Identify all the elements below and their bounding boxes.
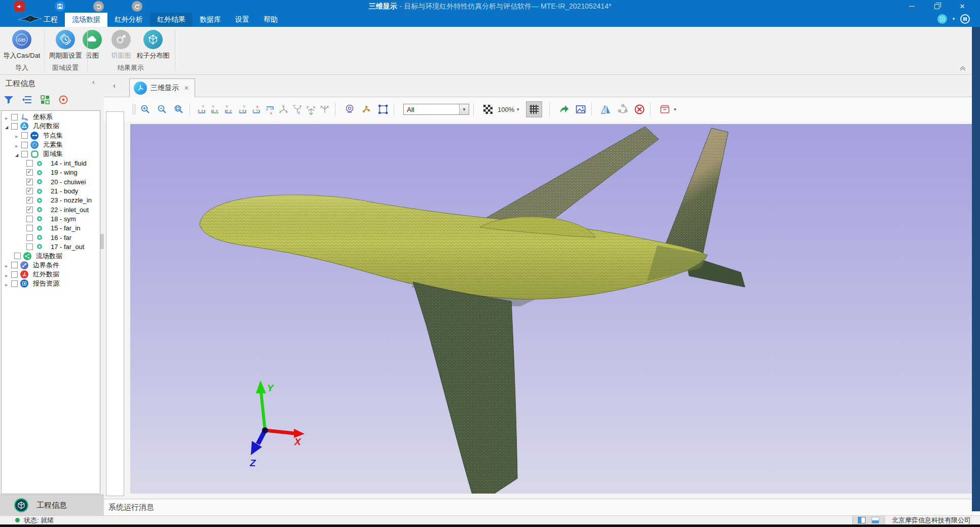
view-iso-3-icon[interactable]: zx [305,103,317,115]
expand-arrow-icon[interactable] [14,132,20,139]
toggle-left-panel-icon[interactable] [858,517,865,523]
menu-tab-ir-result[interactable]: 红外结果 [150,13,193,27]
expand-arrow-icon[interactable] [14,150,20,158]
view-front-icon[interactable]: xzY [196,103,208,115]
close-button[interactable]: ✕ [954,0,971,13]
tree-item-surface[interactable]: 14 - int_fluid [2,158,100,168]
view-iso-2-icon[interactable]: Yxz [291,103,304,115]
tree-item-boundary[interactable]: 边界条件 [2,261,100,270]
expand-arrow-icon[interactable] [4,280,10,288]
zoom-out-icon[interactable] [156,103,169,116]
menu-tab-flowfield[interactable]: 流场数据 [65,13,107,27]
chevron-down-icon[interactable]: ▼ [952,17,956,21]
zoom-in-icon[interactable] [139,103,152,116]
view-left-icon[interactable]: Yxz [223,103,235,115]
expand-arrow-icon[interactable] [14,141,20,149]
tree-item-coordinate-system[interactable]: Yzx 坐标系 [2,112,100,121]
save-image-icon[interactable] [574,103,587,116]
toolbar-drag-handle[interactable] [133,104,135,114]
list-collapse-icon[interactable] [21,94,32,105]
tab-3d-view[interactable]: 三维显示 ✕ [129,78,195,97]
tree-item-surface[interactable]: 15 - far_in [2,224,100,233]
archive-dropdown-icon[interactable]: ▼ [673,107,677,112]
assembly-icon[interactable] [616,103,629,116]
checkbox[interactable] [21,142,28,148]
grid-toggle-button[interactable] [526,101,542,117]
node-graph-icon[interactable] [360,103,373,116]
tree-item-surface[interactable]: 23 - nozzle_in [2,196,100,205]
checkbox[interactable] [26,160,33,167]
menu-tab-database[interactable]: 数据库 [193,13,228,27]
view-back-icon[interactable]: Yzx [209,103,221,115]
checkbox[interactable] [11,262,18,268]
mesh-filter-select[interactable]: All ▼ [403,104,469,115]
checkbox[interactable] [11,271,18,278]
cloud-map-button[interactable]: 云图 [79,30,105,60]
style-switch-icon[interactable] [937,14,947,24]
checkbox[interactable] [26,244,33,250]
zoom-dropdown-icon[interactable]: ▼ [516,107,520,112]
select-region-icon[interactable] [376,103,390,116]
checkbox[interactable] [11,114,18,120]
view-iso-4-icon[interactable]: zyx [319,103,331,115]
menu-tab-ir-analysis[interactable]: 红外分析 [107,13,150,27]
checkbox[interactable] [26,216,33,222]
checkbox[interactable] [21,151,28,157]
project-panel-bottom-tab[interactable]: 工程信息 [0,495,104,515]
zoom-fit-icon[interactable] [172,103,185,116]
minimize-button[interactable] [903,0,920,13]
menu-tab-settings[interactable]: 设置 [228,13,256,27]
checkbox[interactable] [26,197,33,204]
tab-scroll-left-icon[interactable]: ‹ [113,81,116,90]
grid-view-icon[interactable] [40,94,51,105]
ribbon-collapse-icon[interactable] [959,65,966,72]
clear-cancel-icon[interactable] [633,103,646,116]
checkbox[interactable] [11,123,18,130]
import-cas-dat-button[interactable]: cas 导入Cas/Dat [0,30,44,60]
tree-item-report-resources[interactable]: 报告资源 [2,279,100,288]
particle-distribution-button[interactable]: 粒子分布图 [133,30,173,60]
checkbox[interactable] [26,225,33,231]
tree-item-infrared-data[interactable]: 红外数据 [2,270,100,279]
combo-dropdown-icon[interactable]: ▼ [459,104,469,114]
menu-tab-help[interactable]: 帮助 [256,13,285,27]
view-bottom-icon[interactable]: zYx [264,103,276,115]
camera-view-icon[interactable] [343,103,356,116]
tree-item-surface[interactable]: 19 - wing [2,168,100,177]
tree-item-face-set[interactable]: 面域集 [2,149,100,158]
checkbox[interactable] [14,253,21,259]
checkbox[interactable] [26,169,33,176]
help-book-icon[interactable] [960,14,970,24]
panel-splitter[interactable] [100,234,104,249]
menu-tab-project[interactable]: 工程 [36,13,65,27]
toggle-bottom-panel-icon[interactable] [872,517,879,523]
tree-item-surface[interactable]: 20 - chuiwei [2,177,100,186]
tree-item-flow-data[interactable]: 流场数据 [2,251,100,260]
tree-item-element-set[interactable]: 元素集 [2,140,100,149]
expand-arrow-icon[interactable] [4,271,10,278]
checkbox[interactable] [26,234,33,241]
panel-collapse-icon[interactable]: ‹ [92,78,95,86]
transparency-checker-icon[interactable] [481,103,495,116]
tree-item-geometry-data[interactable]: 几何数据 [2,121,100,131]
tree-item-surface[interactable]: 16 - far [2,233,100,242]
tree-item-surface[interactable]: 17 - far_out [2,242,100,251]
expand-arrow-icon[interactable] [4,113,10,121]
tree-item-node-set[interactable]: 节点集 [2,131,100,140]
view-iso-1-icon[interactable]: zxy [278,103,290,115]
filter-icon[interactable] [3,94,14,105]
tree-item-surface[interactable]: 18 - sym [2,214,100,223]
expand-arrow-icon[interactable] [4,261,10,269]
export-share-icon[interactable] [557,103,571,116]
view-top-icon[interactable]: zYx [250,103,262,115]
viewport-3d[interactable]: Y X Z [130,124,972,494]
checkbox[interactable] [26,188,33,194]
checkbox[interactable] [26,179,33,185]
checkbox[interactable] [26,207,33,213]
checkbox[interactable] [21,132,28,139]
tree-item-surface[interactable]: 22 - inlet_out [2,205,100,214]
mirror-icon[interactable] [599,103,613,116]
tree-item-surface[interactable]: 21 - body [2,186,100,195]
view-right-icon[interactable]: zxY [237,103,249,115]
locate-target-icon[interactable] [58,94,69,105]
